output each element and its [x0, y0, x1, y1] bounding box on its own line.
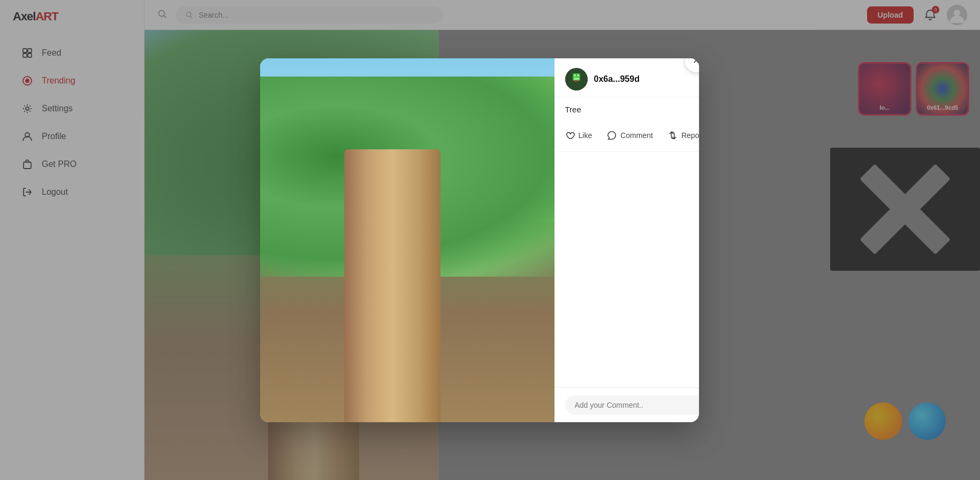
svg-rect-21 [577, 80, 578, 82]
repost-icon [668, 131, 678, 140]
post-avatar [565, 68, 588, 90]
repost-label: Repost [681, 131, 699, 140]
modal-actions: Like Comment Repost [554, 121, 699, 152]
modal-image [260, 58, 554, 422]
comment-input-area [554, 387, 699, 422]
modal-comments [554, 152, 699, 387]
svg-rect-19 [574, 78, 579, 80]
comment-input[interactable] [565, 395, 699, 415]
comment-button[interactable]: Comment [607, 128, 653, 142]
svg-rect-20 [575, 80, 576, 82]
comment-icon [607, 131, 617, 140]
post-avatar-image [565, 68, 588, 90]
comment-label: Comment [620, 131, 653, 140]
svg-rect-18 [577, 74, 579, 77]
post-caption: Tree [554, 97, 699, 121]
post-username: 0x6a...959d [594, 74, 699, 84]
repost-button[interactable]: Repost [668, 128, 699, 142]
modal-overlay[interactable]: × [0, 0, 980, 480]
modal: × [260, 58, 699, 422]
like-button[interactable]: Like [565, 128, 592, 142]
like-label: Like [579, 131, 592, 140]
heart-icon [565, 131, 575, 140]
close-icon: × [693, 58, 699, 67]
svg-rect-17 [574, 74, 576, 77]
modal-header: 0x6a...959d ••• [554, 58, 699, 97]
modal-panel: 0x6a...959d ••• Tree Like Comment [554, 58, 699, 422]
